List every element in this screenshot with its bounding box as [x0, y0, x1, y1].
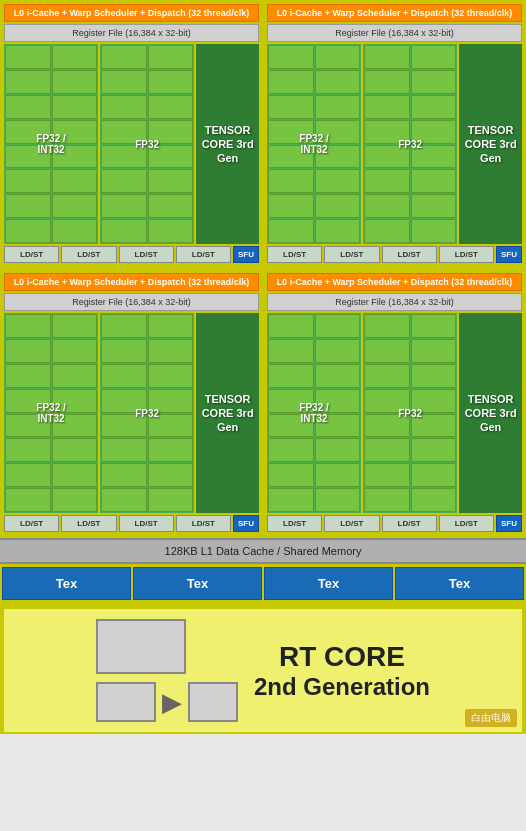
sm4-fp32-col: FP32	[363, 313, 457, 513]
cell	[364, 364, 410, 388]
sm1-tensor-label: TENSOR CORE 3rd Gen	[196, 123, 259, 166]
sm2-fp32-col: FP32	[363, 44, 457, 244]
cell	[148, 169, 194, 193]
cell	[315, 45, 361, 69]
sm3-fp32-int32-cells	[4, 313, 98, 513]
cell	[101, 463, 147, 487]
tex-bar: Tex Tex Tex Tex	[0, 564, 526, 603]
cell	[148, 120, 194, 144]
cell	[411, 339, 457, 363]
cell	[52, 314, 98, 338]
cell	[364, 219, 410, 243]
sm4-bottom-units: LD/ST LD/ST LD/ST LD/ST SFU	[267, 513, 522, 534]
cell	[101, 194, 147, 218]
cell	[52, 438, 98, 462]
sm2-fp32-int32-cells	[267, 44, 361, 244]
cell	[411, 169, 457, 193]
sm4-ldst-2: LD/ST	[324, 515, 379, 532]
cell	[52, 120, 98, 144]
sm4-compute-area: FP32 / INT32 FP32	[267, 313, 522, 513]
sm3-fp32-col: FP32	[100, 313, 194, 513]
cell	[315, 169, 361, 193]
cell	[315, 219, 361, 243]
rt-diagram-box-3	[188, 682, 238, 722]
cell	[101, 45, 147, 69]
cell	[101, 219, 147, 243]
sm1-ldst-4: LD/ST	[176, 246, 231, 263]
sm1-ldst-3: LD/ST	[119, 246, 174, 263]
cell	[364, 339, 410, 363]
rt-core-subtitle: 2nd Generation	[254, 673, 430, 701]
cell	[52, 219, 98, 243]
cell	[5, 314, 51, 338]
cell	[101, 488, 147, 512]
cell	[315, 194, 361, 218]
sm2-ldst-1: LD/ST	[267, 246, 322, 263]
sm3-sfu: SFU	[233, 515, 259, 532]
sm4-ldst-3: LD/ST	[382, 515, 437, 532]
cell	[268, 488, 314, 512]
cell	[5, 488, 51, 512]
sm2-ldst-2: LD/ST	[324, 246, 379, 263]
cell	[268, 70, 314, 94]
sm2-fp32-cells	[363, 44, 457, 244]
sm1-tensor-col: TENSOR CORE 3rd Gen	[196, 44, 259, 244]
cell	[315, 414, 361, 438]
cell	[268, 389, 314, 413]
cell	[268, 45, 314, 69]
tex-unit-3: Tex	[264, 567, 393, 600]
cell	[5, 339, 51, 363]
cell	[52, 488, 98, 512]
cell	[411, 414, 457, 438]
sm4-header: L0 i-Cache + Warp Scheduler + Dispatch (…	[267, 273, 522, 291]
cell	[148, 414, 194, 438]
sm4-fp32-int32-col: FP32 / INT32	[267, 313, 361, 513]
sm1-fp32-col: FP32	[100, 44, 194, 244]
watermark: 白由电脑	[465, 709, 517, 727]
cell	[148, 95, 194, 119]
sm1-fp32-cells	[100, 44, 194, 244]
cell	[148, 339, 194, 363]
rt-diagram-box-1	[96, 619, 186, 674]
cell	[268, 339, 314, 363]
cell	[411, 488, 457, 512]
sm3-bottom-units: LD/ST LD/ST LD/ST LD/ST SFU	[4, 513, 259, 534]
sm1-fp32-int32-cells	[4, 44, 98, 244]
cell	[5, 438, 51, 462]
cell	[101, 145, 147, 169]
cell	[315, 389, 361, 413]
cell	[5, 414, 51, 438]
cell	[411, 194, 457, 218]
sm4-fp32-cells	[363, 313, 457, 513]
cell	[364, 45, 410, 69]
sm1-header: L0 i-Cache + Warp Scheduler + Dispatch (…	[4, 4, 259, 22]
cell	[411, 438, 457, 462]
cell	[101, 438, 147, 462]
cell	[52, 95, 98, 119]
cell	[148, 364, 194, 388]
cell	[148, 389, 194, 413]
cell	[411, 45, 457, 69]
main-container: L0 i-Cache + Warp Scheduler + Dispatch (…	[0, 0, 526, 734]
cell	[268, 438, 314, 462]
cell	[52, 364, 98, 388]
sm4-ldst-1: LD/ST	[267, 515, 322, 532]
cell	[5, 95, 51, 119]
sm2-ldst-3: LD/ST	[382, 246, 437, 263]
cell	[411, 463, 457, 487]
sm2-header: L0 i-Cache + Warp Scheduler + Dispatch (…	[267, 4, 522, 22]
cell	[52, 463, 98, 487]
sm3-ldst-2: LD/ST	[61, 515, 116, 532]
sm-block-4: L0 i-Cache + Warp Scheduler + Dispatch (…	[263, 269, 526, 538]
cell	[5, 194, 51, 218]
rt-core-section: ▶ RT CORE 2nd Generation 白由电脑	[2, 607, 524, 734]
cell	[268, 364, 314, 388]
sm-grid: L0 i-Cache + Warp Scheduler + Dispatch (…	[0, 0, 526, 538]
sm3-tensor-col: TENSOR CORE 3rd Gen	[196, 313, 259, 513]
sm-block-3: L0 i-Cache + Warp Scheduler + Dispatch (…	[0, 269, 263, 538]
cell	[364, 95, 410, 119]
cell	[101, 120, 147, 144]
cell	[411, 389, 457, 413]
sm3-ldst-4: LD/ST	[176, 515, 231, 532]
sm4-ldst-4: LD/ST	[439, 515, 494, 532]
